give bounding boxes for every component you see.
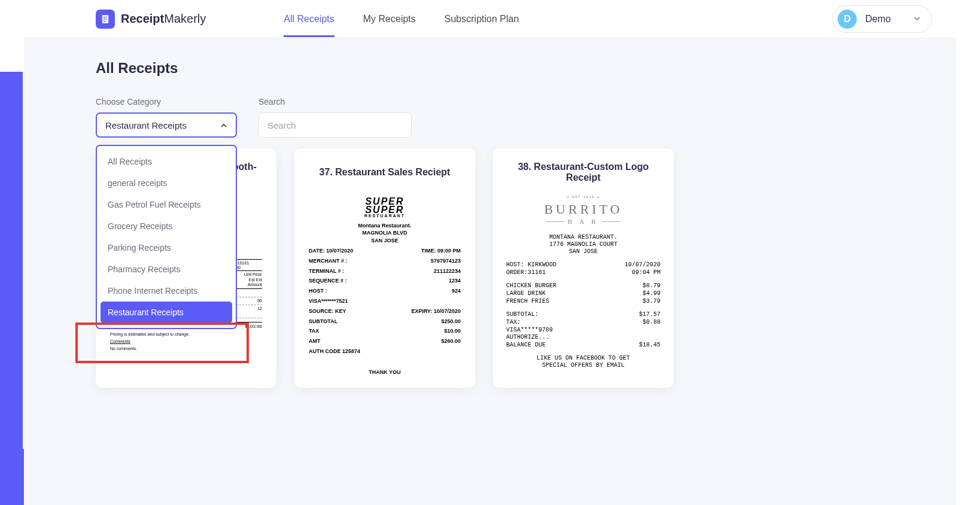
category-option-phone[interactable]: Phone Internet Receipts bbox=[101, 280, 232, 302]
receipt-preview: ★ EST 2016 ★ BURRITO B A R MONTANA RESTA… bbox=[501, 197, 665, 369]
nav-all-receipts[interactable]: All Receipts bbox=[284, 2, 334, 36]
nav-subscription-plan[interactable]: Subscription Plan bbox=[445, 2, 519, 36]
receipt-card[interactable]: 38. Restaurant-Custom Logo Receipt ★ EST… bbox=[493, 148, 674, 388]
category-option-restaurant[interactable]: Restaurant Receipts bbox=[101, 302, 232, 323]
main-nav: All Receipts My Receipts Subscription Pl… bbox=[284, 2, 519, 36]
logo-icon bbox=[96, 10, 115, 29]
category-option-general[interactable]: general receipts bbox=[101, 172, 232, 194]
category-select[interactable]: Restaurant Receipts bbox=[96, 112, 237, 138]
brand-text: ReceiptMakerly bbox=[121, 12, 206, 26]
page-title: All Receipts bbox=[96, 60, 884, 77]
user-menu[interactable]: D Demo bbox=[832, 5, 932, 33]
filters: Choose Category Restaurant Receipts All … bbox=[96, 97, 884, 138]
category-label: Choose Category bbox=[96, 97, 237, 107]
search-input[interactable] bbox=[258, 112, 412, 138]
chevron-up-icon bbox=[220, 120, 227, 130]
category-dropdown: All Receipts general receipts Gas Petrol… bbox=[96, 145, 237, 329]
category-option-parking[interactable]: Parking Receipts bbox=[101, 237, 232, 258]
brand-logo[interactable]: ReceiptMakerly bbox=[96, 10, 206, 29]
category-option-grocery[interactable]: Grocery Receipts bbox=[101, 215, 232, 237]
nav-my-receipts[interactable]: My Receipts bbox=[363, 2, 416, 36]
receipt-card[interactable]: 37. Restaurant Sales Reciept SUPER SUPER… bbox=[294, 148, 475, 388]
category-option-all[interactable]: All Receipts bbox=[101, 151, 232, 172]
card-title: 38. Restaurant-Custom Logo Receipt bbox=[501, 159, 665, 185]
user-avatar: D bbox=[838, 10, 857, 29]
user-name: Demo bbox=[865, 14, 891, 25]
search-label: Search bbox=[258, 97, 412, 107]
receipt-preview: SUPER SUPER RESTUARANT Montana Restauran… bbox=[303, 197, 467, 376]
category-selected-value: Restaurant Receipts bbox=[105, 120, 187, 130]
card-title: 37. Restaurant Sales Reciept bbox=[303, 159, 467, 185]
category-option-gas[interactable]: Gas Petrol Fuel Receipts bbox=[101, 194, 232, 215]
chevron-down-icon bbox=[914, 14, 921, 25]
category-option-pharmacy[interactable]: Pharmacy Receipts bbox=[101, 258, 232, 280]
